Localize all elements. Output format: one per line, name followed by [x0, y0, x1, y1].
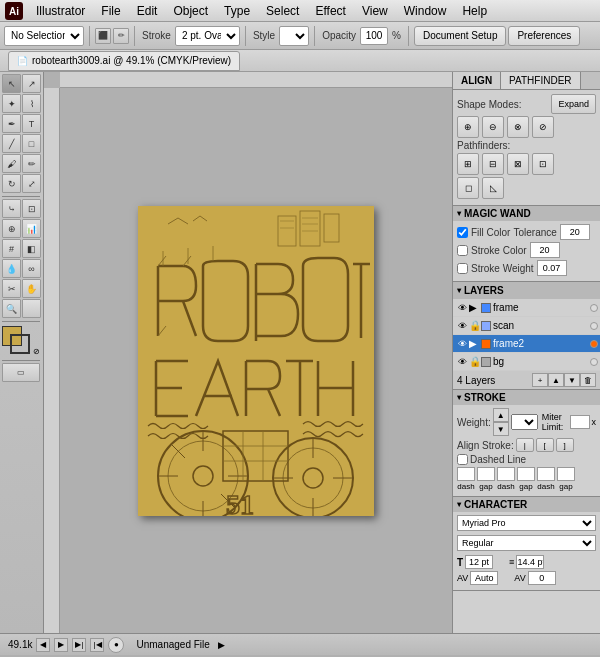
line-tool[interactable]: ╱	[2, 134, 21, 153]
opacity-input[interactable]	[360, 27, 388, 45]
minus-back-btn[interactable]: ◺	[482, 177, 504, 199]
menu-select[interactable]: Select	[258, 2, 307, 20]
none-swatch[interactable]: ⊘	[33, 347, 40, 356]
gap-2-input[interactable]	[517, 467, 535, 481]
outline-btn[interactable]: ◻	[457, 177, 479, 199]
preferences-button[interactable]: Preferences	[508, 26, 580, 46]
font-size-input[interactable]	[465, 555, 493, 569]
pen-tool[interactable]: ✒	[2, 114, 21, 133]
align-center-btn[interactable]: |	[516, 438, 534, 452]
layer-row-frame2[interactable]: 👁 ▶ frame2	[453, 335, 600, 353]
symbol-spray-tool[interactable]: ⊕	[2, 219, 21, 238]
font-style-select[interactable]: Regular	[457, 535, 596, 551]
layers-move-down-btn[interactable]: ▼	[564, 373, 580, 387]
canvas-area[interactable]: 51	[44, 72, 452, 633]
tab-align[interactable]: ALIGN	[453, 72, 501, 89]
menu-object[interactable]: Object	[165, 2, 216, 20]
stroke-swatch[interactable]	[10, 334, 30, 354]
dash-2-input[interactable]	[497, 467, 515, 481]
stroke-dropdown[interactable]: 2 pt. Oval	[175, 26, 240, 46]
type-tool[interactable]: T	[22, 114, 41, 133]
blend-tool[interactable]: ∞	[22, 259, 41, 278]
doc-setup-button[interactable]: Document Setup	[414, 26, 507, 46]
layers-move-btn[interactable]: ▲	[548, 373, 564, 387]
merge-btn[interactable]: ⊠	[507, 153, 529, 175]
menu-window[interactable]: Window	[396, 2, 455, 20]
eye-icon-frame[interactable]: 👁	[455, 301, 469, 315]
menu-view[interactable]: View	[354, 2, 396, 20]
layer-row-scan[interactable]: 👁 🔒 scan	[453, 317, 600, 335]
fill-tolerance-input[interactable]	[560, 224, 590, 240]
magic-wand-tool[interactable]: ✦	[2, 94, 21, 113]
menu-type[interactable]: Type	[216, 2, 258, 20]
stroke-header[interactable]: ▾ STROKE	[453, 390, 600, 405]
fill-color-checkbox[interactable]	[457, 227, 468, 238]
minus-front-btn[interactable]: ⊖	[482, 116, 504, 138]
lock-scan[interactable]: 🔒	[469, 320, 479, 331]
rotate-tool[interactable]: ↻	[2, 174, 21, 193]
stroke-weight-up[interactable]: ▲	[493, 408, 509, 422]
stroke-color-checkbox[interactable]	[457, 245, 468, 256]
layer-row-frame[interactable]: 👁 ▶ frame	[453, 299, 600, 317]
page-indicator[interactable]: ●	[108, 637, 124, 653]
stroke-weight-tolerance-input[interactable]	[537, 260, 567, 276]
dash-1-input[interactable]	[457, 467, 475, 481]
eyedropper-tool[interactable]: 💧	[2, 259, 21, 278]
magic-wand-header[interactable]: ▾ MAGIC WAND	[453, 206, 600, 221]
stroke-weight-select[interactable]	[511, 414, 538, 430]
character-header[interactable]: ▾ CHARACTER	[453, 497, 600, 512]
toolbar-mode-btn-2[interactable]: ✏	[113, 28, 129, 44]
dash-3-input[interactable]	[537, 467, 555, 481]
menu-file[interactable]: File	[93, 2, 128, 20]
nav-prev-btn[interactable]: ◀	[36, 638, 50, 652]
nav-next-btn[interactable]: ▶	[54, 638, 68, 652]
selection-dropdown[interactable]: No Selection	[4, 26, 84, 46]
document-tab[interactable]: 📄 robotearth3009.ai @ 49.1% (CMYK/Previe…	[8, 51, 240, 71]
leading-input[interactable]	[516, 555, 544, 569]
intersect-btn[interactable]: ⊗	[507, 116, 529, 138]
toolbar-mode-btn-1[interactable]: ⬛	[95, 28, 111, 44]
scale-tool[interactable]: ⤢	[22, 174, 41, 193]
expand-frame2[interactable]: ▶	[469, 338, 479, 349]
layers-header[interactable]: ▾ LAYERS	[453, 282, 600, 299]
paintbrush-tool[interactable]: 🖌	[2, 154, 21, 173]
tab-pathfinder[interactable]: PATHFINDER	[501, 72, 580, 89]
direct-select-tool[interactable]: ↗	[22, 74, 41, 93]
free-transform-tool[interactable]: ⊡	[22, 199, 41, 218]
align-inside-btn[interactable]: [	[536, 438, 554, 452]
lasso-tool[interactable]: ⌇	[22, 94, 41, 113]
layer-row-bg[interactable]: 👁 🔒 bg	[453, 353, 600, 371]
style-dropdown[interactable]	[279, 26, 309, 46]
expand-frame[interactable]: ▶	[469, 302, 479, 313]
select-tool[interactable]: ↖	[2, 74, 21, 93]
menu-edit[interactable]: Edit	[129, 2, 166, 20]
gap-1-input[interactable]	[477, 467, 495, 481]
stroke-weight-down[interactable]: ▼	[493, 422, 509, 436]
tracking-input[interactable]	[528, 571, 556, 585]
layers-new-layer-btn[interactable]: +	[532, 373, 548, 387]
eye-icon-bg[interactable]: 👁	[455, 355, 469, 369]
nav-first-btn[interactable]: |◀	[90, 638, 104, 652]
crop-btn[interactable]: ⊡	[532, 153, 554, 175]
gradient-tool[interactable]: ◧	[22, 239, 41, 258]
screen-mode-btn[interactable]: ▭	[2, 363, 40, 382]
menu-effect[interactable]: Effect	[307, 2, 353, 20]
stroke-weight-checkbox[interactable]	[457, 263, 468, 274]
trim-btn[interactable]: ⊟	[482, 153, 504, 175]
kerning-input[interactable]	[470, 571, 498, 585]
dashed-line-checkbox[interactable]	[457, 454, 468, 465]
lock-bg[interactable]: 🔒	[469, 356, 479, 367]
scissors-tool[interactable]: ✂	[2, 279, 21, 298]
align-outside-btn[interactable]: ]	[556, 438, 574, 452]
layers-delete-btn[interactable]: 🗑	[580, 373, 596, 387]
rect-tool[interactable]: □	[22, 134, 41, 153]
column-graph-tool[interactable]: 📊	[22, 219, 41, 238]
gap-3-input[interactable]	[557, 467, 575, 481]
unite-btn[interactable]: ⊕	[457, 116, 479, 138]
pencil-tool[interactable]: ✏	[22, 154, 41, 173]
font-name-select[interactable]: Myriad Pro	[457, 515, 596, 531]
zoom-tool[interactable]: 🔍	[2, 299, 21, 318]
menu-illustrator[interactable]: Illustrator	[28, 2, 93, 20]
eye-icon-scan[interactable]: 👁	[455, 319, 469, 333]
stroke-color-tolerance-input[interactable]	[530, 242, 560, 258]
